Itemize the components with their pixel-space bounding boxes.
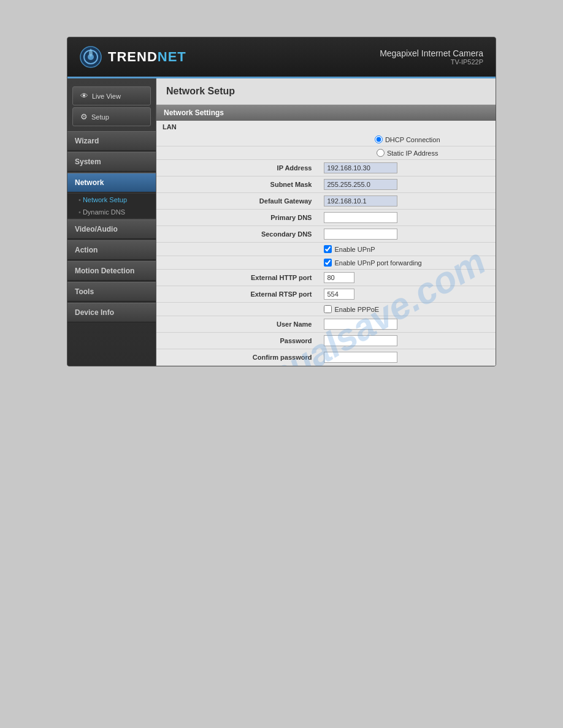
content-wrapper: manualsave.com Network Setup Network Set… bbox=[156, 78, 496, 366]
sidebar-item-action[interactable]: Action bbox=[67, 240, 156, 260]
confirm-password-row: Confirm password bbox=[156, 349, 496, 366]
ip-address-row: IP Address bbox=[156, 160, 496, 176]
live-view-icon: 👁 bbox=[80, 91, 88, 100]
user-name-row: User Name bbox=[156, 316, 496, 333]
live-view-button[interactable]: 👁 Live View bbox=[72, 86, 151, 105]
main-layout: 👁 Live View ⚙ Setup Wizard System Networ… bbox=[67, 78, 496, 366]
subnet-mask-label: Subnet Mask bbox=[156, 176, 319, 193]
live-view-label: Live View bbox=[92, 93, 121, 100]
brand-net: net bbox=[158, 49, 186, 64]
product-info: Megapixel Internet Camera TV-IP522P bbox=[380, 48, 483, 66]
setup-icon: ⚙ bbox=[80, 112, 88, 121]
default-gateway-input[interactable] bbox=[324, 195, 397, 207]
sidebar-item-motion-detection[interactable]: Motion Detection bbox=[67, 261, 156, 281]
setup-button[interactable]: ⚙ Setup bbox=[72, 107, 151, 126]
ip-address-input[interactable] bbox=[324, 162, 397, 173]
dhcp-label-cell bbox=[156, 133, 319, 146]
primary-dns-row: Primary DNS bbox=[156, 210, 496, 226]
enable-pppoe-checkbox-row: Enable PPPoE bbox=[324, 305, 491, 313]
default-gateway-row: Default Gateway bbox=[156, 193, 496, 210]
dhcp-radio-label[interactable]: DHCP Connection bbox=[324, 135, 491, 143]
dhcp-radio[interactable] bbox=[375, 135, 383, 143]
trendnet-logo-icon bbox=[80, 46, 102, 68]
password-label: Password bbox=[156, 333, 319, 349]
default-gateway-label: Default Gateway bbox=[156, 193, 319, 210]
static-radio[interactable] bbox=[377, 149, 385, 157]
sidebar-subitem-network-setup[interactable]: Network Setup bbox=[67, 194, 156, 206]
sidebar-item-system[interactable]: System bbox=[67, 152, 156, 172]
sidebar-item-device-info[interactable]: Device Info bbox=[67, 303, 156, 322]
static-radio-label[interactable]: Static IP Address bbox=[324, 149, 491, 157]
secondary-dns-input[interactable] bbox=[324, 229, 397, 240]
enable-upnp-checkbox-row: Enable UPnP bbox=[324, 245, 491, 253]
external-rtsp-port-row: External RTSP port bbox=[156, 286, 496, 303]
brand-trend: TREND bbox=[108, 49, 158, 64]
network-form-table: DHCP Connection Static IP Address bbox=[156, 133, 496, 366]
user-name-input[interactable] bbox=[324, 319, 397, 330]
camera-ui: TRENDnet Megapixel Internet Camera TV-IP… bbox=[67, 37, 496, 366]
logo-text: TRENDnet bbox=[108, 49, 186, 65]
dhcp-row: DHCP Connection bbox=[156, 133, 496, 146]
primary-dns-input[interactable] bbox=[324, 212, 397, 223]
subnet-mask-input[interactable] bbox=[324, 179, 397, 190]
enable-upnp-forwarding-checkbox[interactable] bbox=[324, 259, 332, 267]
static-row: Static IP Address bbox=[156, 146, 496, 160]
sidebar-item-tools[interactable]: Tools bbox=[67, 282, 156, 301]
product-name: Megapixel Internet Camera bbox=[380, 48, 483, 58]
model-number: TV-IP522P bbox=[380, 58, 483, 66]
sidebar-item-network[interactable]: Network bbox=[67, 173, 156, 192]
secondary-dns-row: Secondary DNS bbox=[156, 226, 496, 243]
content-area: manualsave.com Network Setup Network Set… bbox=[156, 78, 496, 366]
enable-upnp-forwarding-checkbox-row: Enable UPnP port forwarding bbox=[324, 259, 491, 267]
external-rtsp-port-label: External RTSP port bbox=[156, 286, 319, 303]
secondary-dns-label: Secondary DNS bbox=[156, 226, 319, 243]
dhcp-value-cell: DHCP Connection bbox=[319, 133, 496, 146]
setup-label: Setup bbox=[91, 113, 109, 121]
sidebar-item-wizard[interactable]: Wizard bbox=[67, 131, 156, 151]
enable-pppoe-checkbox[interactable] bbox=[324, 305, 332, 313]
password-input[interactable] bbox=[324, 335, 397, 346]
sidebar: 👁 Live View ⚙ Setup Wizard System Networ… bbox=[67, 78, 156, 366]
user-name-label: User Name bbox=[156, 316, 319, 333]
sidebar-item-video-audio[interactable]: Video/Audio bbox=[67, 219, 156, 239]
confirm-password-input[interactable] bbox=[324, 352, 397, 363]
external-http-port-input[interactable] bbox=[324, 272, 354, 283]
section-header: Network Settings bbox=[156, 105, 496, 121]
external-http-port-row: External HTTP port bbox=[156, 270, 496, 286]
page-title: Network Setup bbox=[156, 78, 496, 105]
lan-label: LAN bbox=[156, 121, 496, 133]
enable-pppoe-row: Enable PPPoE bbox=[156, 303, 496, 316]
confirm-password-label: Confirm password bbox=[156, 349, 319, 366]
ip-address-label: IP Address bbox=[156, 160, 319, 176]
primary-dns-label: Primary DNS bbox=[156, 210, 319, 226]
password-row: Password bbox=[156, 333, 496, 349]
enable-upnp-checkbox[interactable] bbox=[324, 245, 332, 253]
header: TRENDnet Megapixel Internet Camera TV-IP… bbox=[67, 37, 496, 78]
external-rtsp-port-input[interactable] bbox=[324, 289, 354, 300]
enable-upnp-forwarding-row: Enable UPnP port forwarding bbox=[156, 256, 496, 270]
enable-upnp-row: Enable UPnP bbox=[156, 243, 496, 256]
subnet-mask-row: Subnet Mask bbox=[156, 176, 496, 193]
external-http-port-label: External HTTP port bbox=[156, 270, 319, 286]
logo-area: TRENDnet bbox=[80, 46, 186, 68]
sidebar-subitem-dynamic-dns[interactable]: Dynamic DNS bbox=[67, 206, 156, 218]
